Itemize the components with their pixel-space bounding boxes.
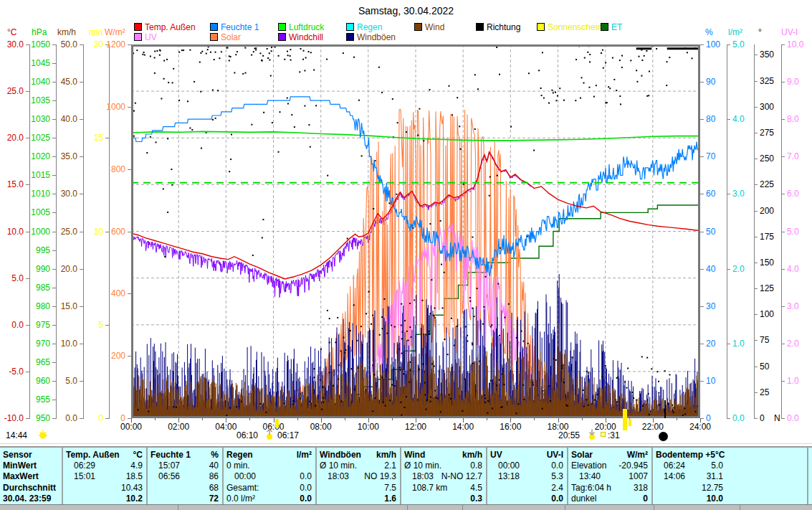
axis-tick-label: 3.0	[787, 302, 799, 311]
axis-tick-label: 1005	[19, 208, 50, 217]
axis-tick	[754, 288, 758, 289]
legend-swatch-icon	[278, 33, 286, 41]
axis-tick-label: 10.0	[46, 339, 77, 348]
legend-item-wind: Wind	[414, 22, 444, 32]
axis-tick-label: 40.0	[46, 115, 77, 123]
time-label: 16:00	[500, 422, 521, 432]
legend-label: ET	[611, 22, 622, 32]
time-tick	[439, 418, 440, 420]
page-title: Samstag, 30.04.2022	[0, 5, 812, 16]
axis-tick	[80, 156, 83, 157]
axis-tick-label: 15.0	[46, 302, 77, 311]
axis-tick-label: 15.0	[0, 180, 24, 189]
axis-tick	[781, 44, 785, 45]
time-label: 10:00	[358, 422, 379, 432]
axis-tick	[781, 194, 785, 194]
axis-tick-label: 1035	[19, 96, 50, 105]
time-tick	[155, 418, 156, 420]
table-column-header: Temp. Außen°C	[66, 449, 143, 460]
legend-swatch-icon	[346, 23, 354, 31]
legend-item-windchill: Windchill	[278, 32, 323, 42]
time-tick	[534, 418, 535, 420]
axis-tick-label: 50	[706, 227, 715, 236]
axis-unit-C: °C	[7, 27, 16, 37]
axis-tick-label: 5	[72, 321, 103, 329]
axis-tick	[754, 314, 758, 315]
legend-swatch-icon	[346, 33, 354, 41]
axis-tick	[727, 344, 730, 344]
axis-tick	[781, 344, 785, 344]
time-label: 00:00	[120, 422, 142, 432]
table-cell-row: 7.5	[320, 482, 396, 493]
table-row-label: 30.04. 23:59	[3, 494, 58, 504]
table-cell-row: Tag:6:04 h318	[571, 482, 648, 493]
axis-unit-l: l/m²	[728, 27, 742, 37]
axis-tick-label: 975	[19, 321, 50, 329]
axis-tick-label: 8.0	[787, 115, 799, 123]
axis-tick	[52, 288, 56, 288]
table-cell-row: 06:294.9	[66, 460, 143, 471]
axis-tick-label: 4.0	[787, 265, 799, 273]
axis-tick	[700, 232, 704, 232]
table-column-wind: Windkm/hØ 10 min.0.818:03N-NO 12.7108.7 …	[401, 448, 487, 504]
table-cell-row: 1.6	[320, 494, 396, 504]
axis-tick	[727, 418, 730, 419]
chart-plot-area	[131, 44, 700, 418]
axis-tick-label: 25.0	[0, 87, 24, 95]
table-column-header: Windkm/h	[404, 449, 482, 460]
sunrise-icon	[264, 428, 275, 440]
time-label: 22:00	[642, 422, 664, 432]
legend-label: Windchill	[289, 32, 323, 42]
table-cell-row: Ø 10 min.2.1	[320, 460, 396, 471]
time-label: 04:00	[215, 422, 237, 432]
legend-swatch-icon	[601, 23, 608, 31]
legend-swatch-icon	[537, 23, 545, 31]
axis-tick-label: 9.0	[787, 77, 799, 86]
daylight-duration-label: 14:44	[6, 430, 27, 440]
axis-tick-label: 0.0	[787, 414, 799, 422]
sunset-end-label: :31	[608, 430, 620, 440]
table-column-header: Regenl/m²	[226, 449, 312, 460]
axis-tick-label: 2.0	[787, 339, 799, 348]
axis-tick-label: 6.0	[787, 189, 799, 198]
legend-item-windb-en: Windböen	[346, 32, 396, 42]
table-cell-row: 13:185.3	[490, 471, 563, 482]
table-column-temp-au-en: Temp. Außen°C06:294.915:0118.510.4310.2	[63, 448, 148, 504]
weather-chart-window: Samstag, 30.04.2022 Temp. AußenFeuchte 1…	[0, 0, 812, 510]
new-moon-icon	[659, 432, 668, 441]
axis-tick-label: 70	[706, 152, 715, 161]
legend-label: Luftdruck	[289, 22, 324, 32]
axis-tick	[80, 344, 83, 344]
table-cell-row: dunkel0	[571, 494, 648, 504]
axis-tick-label: 600	[94, 227, 125, 236]
axis-tick	[754, 184, 758, 185]
axis-tick	[781, 156, 785, 157]
axis-tick	[754, 133, 758, 133]
axis-unit-pct: %	[705, 27, 713, 37]
table-cell-row: 0.0 l/m²0.0	[226, 494, 312, 504]
table-cell-row: Gesamt:0.0	[226, 482, 312, 493]
axis-tick-label: 15	[72, 133, 103, 142]
axis-tick	[781, 381, 785, 382]
axis-tick-label: 0.0	[732, 414, 745, 422]
statusbar-separator	[740, 504, 740, 510]
axis-tick-label: 1200	[94, 40, 125, 49]
table-cell-row: 2.4	[490, 482, 563, 493]
axis-tick-label: 20.0	[46, 265, 77, 273]
table-column-bodentemp-5: Bodentemp +5°C06:245.014:0631.112.7510.0	[653, 448, 808, 504]
table-cell-row: 0.3	[404, 494, 482, 504]
axis-tick	[754, 367, 758, 367]
legend-swatch-icon	[476, 23, 484, 31]
table-cell-row: 0 min.	[226, 460, 312, 471]
axis-tick-label: 965	[19, 358, 50, 367]
table-column-header: Feuchte 1%	[151, 449, 219, 460]
axis-tick	[754, 237, 758, 237]
sensor-table: SensorMinWertMaxWertDurchschnitt30.04. 2…	[0, 446, 812, 504]
sun-marker	[623, 409, 627, 430]
axis-tick	[754, 340, 758, 341]
table-cell-row: 18:03N-NO 12.7	[404, 471, 482, 482]
axis-tick	[727, 269, 730, 270]
axis-unit-hPa: hPa	[32, 27, 47, 37]
legend-label: Richtung	[487, 22, 520, 32]
axis-tick	[781, 82, 785, 82]
